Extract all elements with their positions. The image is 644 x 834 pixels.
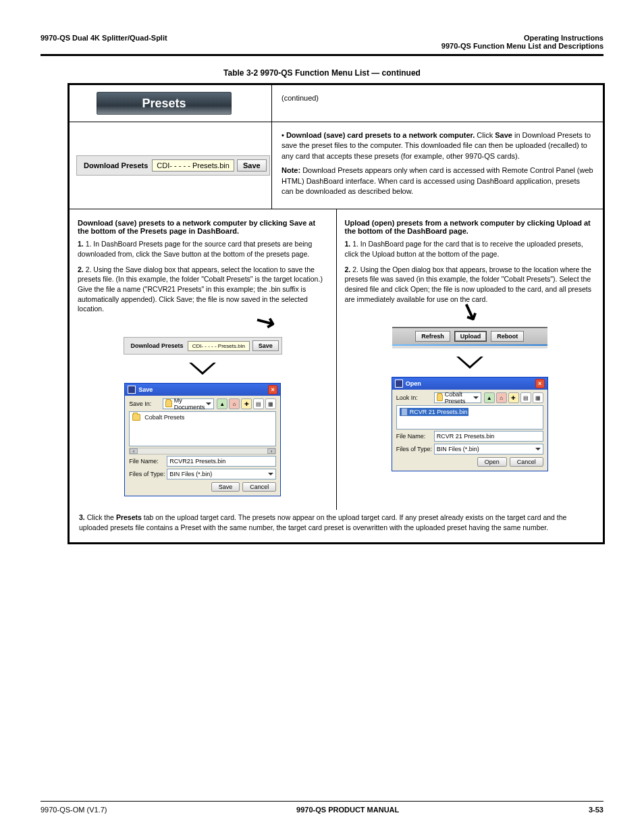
header-left: 9970-QS Dual 4K Splitter/Quad-Split (41, 34, 167, 50)
presets-tab[interactable]: Presets (97, 92, 232, 115)
open-dialog-cancel-button[interactable]: Cancel (510, 457, 543, 467)
open-file-area[interactable]: RCVR 21 Presets.bin (396, 405, 543, 429)
step3-footnote: 3. Click the Presets tab on the upload t… (70, 510, 603, 542)
up-folder-icon[interactable]: ▲ (484, 392, 495, 403)
folder-icon (165, 400, 172, 407)
save-dialog-cancel-button[interactable]: Cancel (242, 482, 276, 492)
dialog-toolbar: ▲ ⌂ ✚ ▤ ▦ (484, 392, 543, 403)
up-folder-icon[interactable]: ▲ (217, 398, 227, 409)
download-column: Download (save) presets to a network com… (70, 209, 337, 510)
dialog-toolbar: ▲ ⌂ ✚ ▤ ▦ (217, 398, 276, 409)
row1-continued: (continued) (281, 93, 593, 103)
row-download-presets: Download Presets CDI- - - - - Presets.bi… (70, 122, 603, 209)
folder-icon (437, 394, 443, 401)
dp-save-sm[interactable]: Save (252, 340, 279, 351)
file-name-label: File Name: (396, 433, 431, 440)
presets-tab-label: Presets (142, 97, 186, 111)
row-download-upload: Download (save) presets to a network com… (70, 209, 603, 542)
table-title: Table 3-2 9970-QS Function Menu List — c… (41, 68, 603, 78)
divider-line (392, 344, 547, 346)
open-dialog: Open × Look In: Cobalt Presets (392, 377, 548, 471)
dp-label-sm: Download Presets (127, 342, 188, 349)
refresh-button[interactable]: Refresh (415, 331, 450, 342)
down-arrow-icon (189, 363, 216, 375)
step3-text2: tab on the upload target card. The prese… (79, 513, 566, 531)
download-step2: 2. Using the Save dialog box that appear… (78, 265, 323, 313)
selected-file: RCVR 21 Presets.bin (410, 409, 468, 415)
upload-button[interactable]: Upload (454, 331, 487, 342)
horizontal-scrollbar[interactable]: ‹ › (129, 448, 276, 454)
down-arrow-icon (456, 357, 483, 369)
dashboard-bottom-bar: Refresh Upload Reboot (392, 327, 547, 348)
download-presets-strip: Download Presets CDI- - - - - Presets.bi… (76, 155, 270, 176)
row-presets-header: Presets (continued) (70, 85, 603, 122)
save-file-area[interactable]: Cobalt Presets (129, 411, 276, 446)
note-text: Download Presets appears only when card … (281, 166, 593, 195)
save-in-label: Save In: (129, 400, 159, 407)
view-list-icon[interactable]: ▤ (253, 398, 264, 409)
open-dialog-title: Open (406, 380, 421, 387)
upload-title: Upload (open) presets from a network com… (345, 219, 595, 235)
files-type-select[interactable]: BIN Files (*.bin) (167, 469, 276, 479)
step3-bold: Presets (116, 513, 142, 521)
scroll-right-icon[interactable]: › (267, 448, 275, 454)
new-folder-icon[interactable]: ✚ (241, 398, 252, 409)
view-list-icon[interactable]: ▤ (520, 392, 531, 403)
file-name-input[interactable]: RCVR 21 Presets.bin (434, 431, 543, 442)
look-in-value: Cobalt Presets (445, 391, 473, 405)
chevron-down-icon (206, 402, 211, 405)
open-dialog-icon (395, 380, 403, 388)
folder-item-label: Cobalt Presets (144, 414, 184, 421)
file-name-label: File Name: (129, 458, 164, 465)
header-right-top: Operating Instructions (441, 34, 603, 42)
download-step1: 1. In DashBoard Presets page for the sou… (78, 240, 312, 258)
row2-bold: • Download (save) card presets to a netw… (281, 131, 475, 139)
look-in-label: Look In: (396, 394, 431, 401)
reboot-button[interactable]: Reboot (491, 331, 524, 342)
upload-column: Upload (open) presets from a network com… (337, 209, 603, 510)
footer-left: 9970-QS-OM (V1.7) (41, 806, 107, 814)
save-in-select[interactable]: My Documents (163, 398, 215, 409)
download-title: Download (save) presets to a network com… (78, 219, 328, 235)
chevron-down-icon (268, 473, 273, 475)
file-name-input[interactable]: RCVR21 Presets.bin (167, 456, 276, 467)
chevron-down-icon (473, 396, 479, 399)
save-dialog-title: Save (138, 386, 153, 393)
file-icon (401, 408, 408, 416)
page-footer: 9970-QS-OM (V1.7) 9970-QS PRODUCT MANUAL… (41, 806, 603, 814)
open-dialog-open-button[interactable]: Open (477, 457, 507, 467)
header-right-bottom: 9970-QS Function Menu List and Descripti… (441, 42, 603, 50)
save-dialog-icon (128, 386, 136, 394)
home-icon[interactable]: ⌂ (496, 392, 507, 403)
view-details-icon[interactable]: ▦ (265, 398, 276, 409)
upload-step1: 1. In DashBoard page for the card that i… (345, 240, 583, 258)
new-folder-icon[interactable]: ✚ (508, 392, 519, 403)
files-type-label: Files of Type: (396, 446, 431, 452)
home-icon[interactable]: ⌂ (229, 398, 240, 409)
chevron-down-icon (535, 448, 541, 450)
footer-rule (41, 801, 603, 802)
page-header: 9970-QS Dual 4K Splitter/Quad-Split Oper… (41, 34, 603, 50)
download-presets-label: Download Presets (80, 161, 152, 170)
header-rule (41, 54, 603, 56)
download-presets-strip-illus: Download Presets CDI- - - - - Presets.bi… (124, 337, 282, 355)
files-type-label: Files of Type: (129, 471, 164, 477)
files-type-select[interactable]: BIN Files (*.bin) (434, 444, 543, 454)
download-presets-file: CDI- - - - - Presets.bin (152, 159, 234, 172)
download-presets-save-button[interactable]: Save (237, 159, 267, 172)
footer-right: 3-53 (589, 806, 603, 814)
folder-icon (132, 414, 140, 421)
close-icon[interactable]: × (535, 379, 545, 388)
view-details-icon[interactable]: ▦ (533, 392, 543, 403)
footer-mid: 9970-QS PRODUCT MANUAL (296, 806, 399, 814)
note-label: Note: (281, 166, 300, 174)
scroll-left-icon[interactable]: ‹ (130, 448, 138, 454)
function-table: Presets (continued) Download Presets CDI… (68, 83, 605, 544)
close-icon[interactable]: × (268, 385, 277, 394)
look-in-select[interactable]: Cobalt Presets (434, 392, 481, 403)
step3-num: 3. (79, 513, 85, 521)
step3-text1: Click the (87, 513, 116, 521)
save-dialog-save-button[interactable]: Save (211, 482, 240, 492)
save-dialog: Save × Save In: My Documents (124, 383, 281, 496)
save-in-value: My Documents (174, 397, 207, 411)
